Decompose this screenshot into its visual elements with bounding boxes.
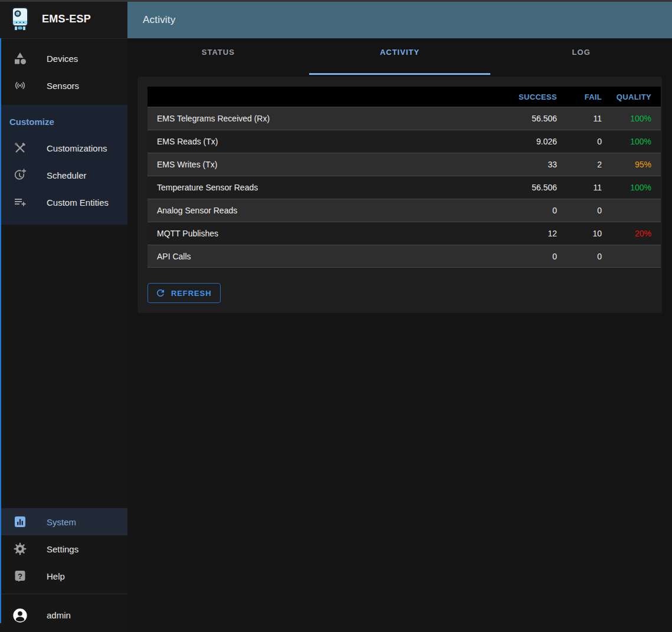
refresh-button[interactable]: REFRESH (147, 283, 221, 303)
category-icon (13, 51, 27, 65)
row-quality: 100% (602, 137, 661, 146)
window-top-strip (0, 0, 672, 2)
sidebar: EMS-ESP Devices Sensors (0, 0, 127, 632)
row-success: 0 (484, 252, 557, 261)
table-row: EMS Reads (Tx) 9.026 0 100% (147, 130, 661, 153)
row-label: Temperature Sensor Reads (147, 183, 484, 192)
sidebar-item-system[interactable]: System (0, 508, 127, 535)
table-row: MQTT Publishes 12 10 20% (147, 222, 661, 245)
column-header-quality: QUALITY (602, 93, 661, 101)
app-title: EMS-ESP (42, 13, 91, 25)
table-row: EMS Telegrams Received (Rx) 56.506 11 10… (147, 107, 661, 130)
row-label: EMS Writes (Tx) (147, 160, 484, 169)
sidebar-item-label: Devices (47, 54, 78, 64)
refresh-icon (155, 288, 166, 298)
row-fail: 0 (557, 137, 602, 146)
row-fail: 11 (557, 114, 602, 123)
tab-bar: STATUS ACTIVITY LOG (127, 38, 672, 76)
sidebar-item-label: Customizations (47, 143, 107, 153)
sidebar-item-custom-entities[interactable]: Custom Entities (0, 189, 127, 216)
account-icon (12, 607, 28, 624)
row-fail: 11 (557, 183, 602, 192)
row-success: 9.026 (484, 137, 557, 146)
sidebar-main-group: Devices Sensors (0, 39, 127, 105)
sidebar-item-label: Sensors (47, 81, 79, 91)
clock-plus-icon (13, 168, 27, 182)
sidebar-item-scheduler[interactable]: Scheduler (0, 162, 127, 189)
sidebar-item-devices[interactable]: Devices (0, 45, 127, 72)
tab-status[interactable]: STATUS (127, 38, 309, 76)
row-label: EMS Reads (Tx) (147, 137, 484, 146)
user-menu[interactable]: admin (0, 598, 127, 632)
sensors-icon (13, 78, 27, 93)
sidebar-spacer (0, 225, 127, 508)
tab-log[interactable]: LOG (490, 38, 672, 76)
row-success: 33 (484, 160, 557, 169)
sidebar-item-settings[interactable]: Settings (0, 535, 127, 562)
row-label: MQTT Publishes (147, 229, 484, 238)
row-quality: 100% (602, 183, 661, 192)
analytics-icon (13, 515, 27, 529)
user-name: admin (47, 610, 71, 620)
row-success: 0 (484, 206, 557, 215)
row-label: API Calls (147, 252, 484, 261)
table-row: Analog Sensor Reads 0 0 (147, 199, 661, 222)
table-row: Temperature Sensor Reads 56.506 11 100% (147, 176, 661, 199)
activity-table: SUCCESS FAIL QUALITY EMS Telegrams Recei… (147, 87, 661, 268)
help-icon: ? (13, 569, 27, 583)
customize-section-header: Customize (0, 108, 127, 134)
app-brand: EMS-ESP (0, 0, 127, 39)
sidebar-item-sensors[interactable]: Sensors (0, 72, 127, 99)
app-bar: Activity (127, 2, 672, 38)
table-header-row: SUCCESS FAIL QUALITY (147, 87, 661, 107)
row-fail: 2 (557, 160, 602, 169)
sidebar-item-customizations[interactable]: Customizations (0, 134, 127, 162)
page-title: Activity (143, 14, 175, 26)
table-row: API Calls 0 0 (147, 245, 661, 268)
row-fail: 0 (557, 252, 602, 261)
row-success: 56.506 (484, 183, 557, 192)
sidebar-item-label: Settings (47, 544, 78, 554)
sidebar-item-label: Scheduler (47, 170, 87, 180)
row-label: Analog Sensor Reads (147, 206, 484, 215)
boiler-icon (9, 6, 32, 32)
sidebar-customize-section: Customize Customizations (0, 105, 127, 225)
sidebar-item-label: Custom Entities (47, 198, 109, 208)
column-header-success: SUCCESS (484, 93, 557, 101)
tab-activity[interactable]: ACTIVITY (309, 38, 491, 76)
gear-icon (13, 542, 27, 556)
row-fail: 0 (557, 206, 602, 215)
row-quality: 20% (602, 229, 661, 238)
table-body: EMS Telegrams Received (Rx) 56.506 11 10… (147, 107, 661, 268)
column-header-fail: FAIL (557, 93, 602, 101)
playlist-add-icon (13, 195, 27, 209)
sidebar-item-label: System (47, 517, 76, 527)
row-success: 12 (484, 229, 557, 238)
table-row: EMS Writes (Tx) 33 2 95% (147, 153, 661, 176)
construction-icon (13, 141, 27, 155)
row-fail: 10 (557, 229, 602, 238)
row-quality: 100% (602, 114, 661, 123)
row-quality: 95% (602, 160, 661, 169)
activity-card: SUCCESS FAIL QUALITY EMS Telegrams Recei… (137, 77, 662, 313)
row-success: 56.506 (484, 114, 557, 123)
sidebar-item-label: Help (47, 571, 65, 581)
window-left-edge (0, 38, 1, 623)
sidebar-item-help[interactable]: ? Help (0, 562, 127, 590)
row-label: EMS Telegrams Received (Rx) (147, 114, 484, 123)
sidebar-divider (0, 594, 127, 594)
svg-text:?: ? (18, 572, 22, 581)
refresh-button-label: REFRESH (171, 289, 211, 298)
